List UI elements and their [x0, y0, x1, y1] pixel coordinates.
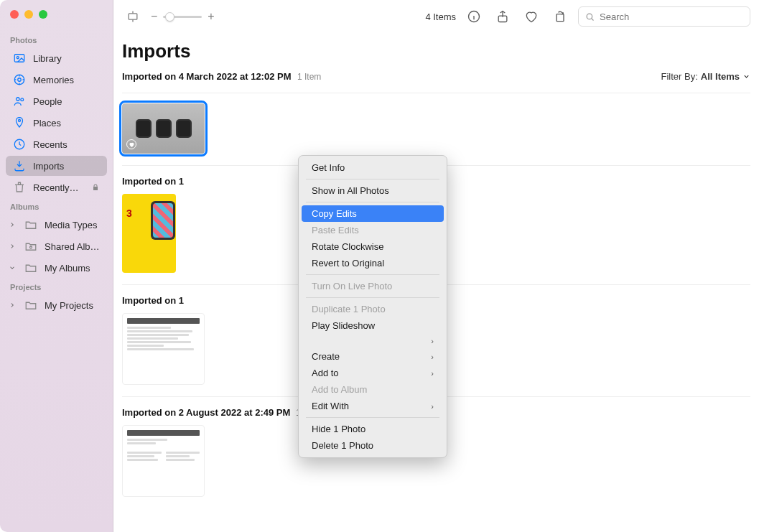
cm-get-info[interactable]: Get Info [302, 159, 444, 176]
sidebar-item-imports[interactable]: Imports [6, 156, 107, 176]
folder-icon [24, 218, 37, 231]
people-icon [13, 95, 26, 108]
svg-rect-12 [557, 14, 564, 22]
import-date: Imported on 1 [122, 176, 184, 187]
chevron-down-icon [9, 264, 16, 271]
chevron-right-icon [9, 221, 16, 228]
content-area: Imports Imported on 4 March 2022 at 12:0… [113, 33, 759, 532]
svg-point-3 [18, 78, 22, 82]
close-window-button[interactable] [10, 10, 19, 19]
first-group-header: Imported on 4 March 2022 at 12:02 PM 1 I… [122, 70, 321, 83]
pin-icon [13, 116, 26, 129]
favorite-button[interactable] [521, 7, 542, 26]
svg-rect-9 [129, 14, 137, 19]
info-button[interactable] [463, 7, 485, 26]
sidebar-item-my-albums[interactable]: My Albums [6, 258, 107, 278]
cm-create[interactable]: Create› [302, 348, 444, 365]
sidebar-item-people[interactable]: People [6, 91, 107, 111]
fullscreen-window-button[interactable] [39, 10, 47, 19]
photo-thumbnail[interactable] [122, 425, 205, 497]
zoom-slider[interactable]: − + [151, 10, 215, 23]
trash-icon [13, 181, 26, 194]
import-date: Imported on 1 [122, 295, 184, 306]
shared-folder-icon [24, 240, 37, 253]
window-controls [0, 6, 113, 32]
sidebar-item-memories[interactable]: Memories [6, 70, 107, 90]
cm-turn-on-live: Turn On Live Photo [302, 278, 444, 294]
folder-icon [24, 261, 37, 274]
sidebar-item-label: Library [33, 53, 100, 64]
cm-paste-edits: Paste Edits [302, 222, 444, 238]
svg-point-5 [21, 98, 24, 101]
photo-thumbnail[interactable] [122, 103, 205, 154]
toolbar: − + 4 Items [113, 0, 759, 33]
chevron-right-icon: › [431, 337, 434, 345]
photo-thumbnail[interactable]: 3 [122, 194, 176, 273]
filter-by-button[interactable]: Filter By: All Items [661, 71, 750, 82]
photo-library-icon [13, 52, 26, 65]
cm-separator [306, 297, 439, 298]
svg-point-1 [17, 57, 19, 59]
sidebar-item-label: Media Types [45, 220, 100, 230]
sidebar-item-label: My Albums [45, 263, 100, 274]
search-input[interactable] [600, 11, 744, 22]
chevron-right-icon [9, 302, 16, 309]
zoom-thumb[interactable] [165, 12, 174, 22]
zoom-out-label: − [151, 10, 157, 23]
cm-delete-photo[interactable]: Delete 1 Photo [302, 437, 444, 454]
sidebar-item-label: Recently… [33, 182, 84, 193]
chevron-down-icon [742, 73, 750, 80]
cm-edit-with[interactable]: Edit With› [302, 398, 444, 414]
share-button[interactable] [492, 7, 513, 26]
sidebar-item-places[interactable]: Places [6, 113, 107, 133]
item-count-summary: 4 Items [425, 11, 456, 22]
filter-by-label: Filter By: [661, 71, 698, 82]
filter-by-value: All Items [701, 71, 740, 82]
sidebar-item-label: People [33, 96, 100, 107]
import-date: Imported on 2 August 2022 at 2:49 PM [122, 407, 290, 418]
cm-hide-photo[interactable]: Hide 1 Photo [302, 421, 444, 437]
sidebar-item-label: My Projects [45, 300, 100, 311]
import-icon [13, 159, 26, 172]
cm-add-to-album: Add to Album [302, 381, 444, 398]
cm-add-to[interactable]: Add to› [302, 365, 444, 381]
svg-point-13 [587, 14, 592, 19]
sidebar-item-shared-albums[interactable]: Shared Albums [6, 236, 107, 256]
cm-share[interactable]: › [302, 334, 444, 348]
sidebar-item-label: Places [33, 118, 100, 129]
folder-icon [24, 299, 37, 312]
cm-separator [306, 417, 439, 418]
sidebar-item-my-projects[interactable]: My Projects [6, 295, 107, 315]
chevron-right-icon: › [431, 402, 434, 411]
cm-separator [306, 274, 439, 275]
sidebar-item-label: Imports [33, 161, 100, 172]
photo-thumbnail[interactable] [122, 313, 205, 385]
rotate-button[interactable] [549, 7, 571, 26]
aspect-ratio-button[interactable] [122, 7, 144, 26]
chevron-right-icon: › [431, 353, 434, 361]
svg-point-6 [19, 120, 21, 122]
search-field[interactable] [578, 6, 750, 27]
cm-copy-edits[interactable]: Copy Edits [302, 205, 444, 222]
cm-separator [306, 202, 439, 202]
minimize-window-button[interactable] [24, 10, 33, 19]
cm-play-slideshow[interactable]: Play Slideshow [302, 317, 444, 334]
sidebar-item-media-types[interactable]: Media Types [6, 215, 107, 235]
cm-rotate-clockwise[interactable]: Rotate Clockwise [302, 238, 444, 255]
sidebar-item-label: Shared Albums [45, 241, 100, 252]
sidebar-item-recents[interactable]: Recents [6, 134, 107, 154]
sidebar-item-recently-deleted[interactable]: Recently… [6, 177, 107, 197]
svg-point-8 [30, 246, 32, 248]
cm-show-in-all[interactable]: Show in All Photos [302, 182, 444, 199]
cm-revert-original[interactable]: Revert to Original [302, 255, 444, 271]
zoom-track[interactable] [163, 16, 202, 18]
zoom-in-label: + [208, 10, 214, 23]
import-count: 1 Item [297, 72, 321, 82]
sidebar: Photos Library Memories People Places Re… [0, 0, 113, 532]
import-date: Imported on 4 March 2022 at 12:02 PM [122, 71, 292, 82]
sidebar-section-albums: Albums [0, 198, 113, 214]
sidebar-item-library[interactable]: Library [6, 48, 107, 68]
cm-duplicate: Duplicate 1 Photo [302, 301, 444, 317]
memories-icon [13, 73, 26, 86]
context-menu: Get Info Show in All Photos Copy Edits P… [298, 155, 447, 458]
